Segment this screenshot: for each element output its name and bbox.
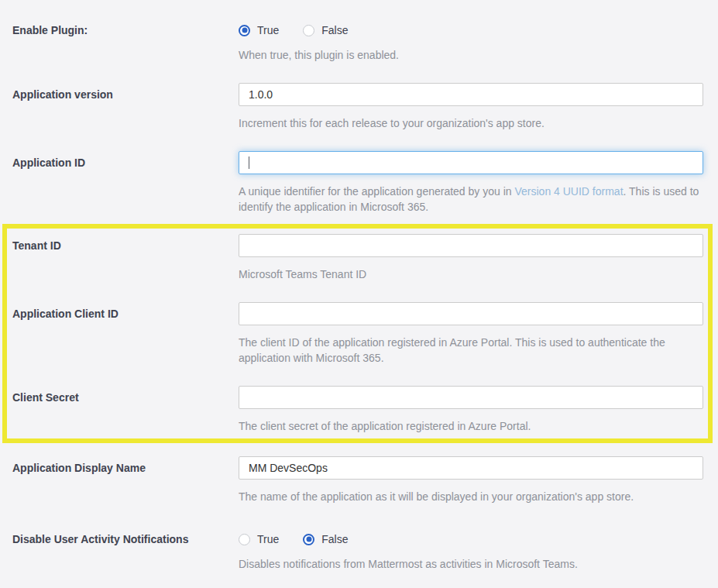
radio-button-icon — [303, 534, 314, 545]
application-id-input-wrap — [239, 151, 703, 174]
application-id-label: Application ID — [12, 151, 239, 170]
form-row-disable-user-activity-notifications: Disable User Activity Notifications True… — [0, 531, 718, 572]
tenant-id-input[interactable] — [239, 234, 703, 257]
tenant-id-label: Tenant ID — [12, 234, 239, 253]
application-display-name-controls: The name of the application as it will b… — [239, 456, 703, 504]
form-row-application-version: Application version Increment this for e… — [0, 83, 718, 131]
radio-label: True — [257, 531, 279, 547]
form-row-client-secret: Client Secret The client secret of the a… — [7, 386, 708, 434]
form-row-tenant-id: Tenant ID Microsoft Teams Tenant ID — [7, 234, 708, 282]
help-text: Increment this for each release to your … — [239, 115, 703, 131]
help-text: The client ID of the application registe… — [239, 335, 703, 366]
uuid-format-link[interactable]: Version 4 UUID format — [514, 185, 623, 198]
client-secret-label: Client Secret — [12, 386, 239, 405]
application-version-label: Application version — [12, 83, 239, 102]
enable-plugin-label: Enable Plugin: — [12, 22, 239, 38]
application-id-input[interactable] — [239, 151, 703, 174]
application-id-controls: A unique identifier for the application … — [239, 151, 703, 215]
disable-notifications-radio-group: True False — [239, 531, 703, 547]
help-text: Microsoft Teams Tenant ID — [239, 266, 703, 282]
help-text: Disables notifications from Mattermost a… — [239, 556, 703, 572]
radio-label: True — [257, 22, 279, 38]
application-version-controls: Increment this for each release to your … — [239, 83, 703, 131]
application-display-name-input[interactable] — [239, 456, 703, 480]
radio-button-icon — [303, 25, 314, 36]
application-version-input[interactable] — [239, 83, 703, 106]
form-row-enable-plugin: Enable Plugin: True False When true, thi… — [0, 22, 718, 63]
client-secret-controls: The client secret of the application reg… — [239, 386, 703, 434]
disable-notifications-radio-false[interactable]: False — [303, 531, 348, 547]
help-text-part: A unique identifier for the application … — [239, 185, 514, 198]
plugin-settings-form: Enable Plugin: True False When true, thi… — [0, 0, 718, 588]
application-client-id-input[interactable] — [239, 302, 703, 325]
form-row-application-id: Application ID A unique identifier for t… — [0, 151, 718, 215]
radio-label: False — [321, 22, 348, 38]
help-text: The name of the application as it will b… — [239, 489, 703, 504]
form-row-application-display-name: Application Display Name The name of the… — [0, 456, 718, 504]
highlight-box: Tenant ID Microsoft Teams Tenant ID Appl… — [2, 224, 713, 443]
help-text: A unique identifier for the application … — [239, 184, 703, 215]
enable-plugin-radio-group: True False — [239, 22, 703, 38]
tenant-id-controls: Microsoft Teams Tenant ID — [239, 234, 703, 282]
form-row-application-client-id: Application Client ID The client ID of t… — [7, 302, 708, 366]
disable-user-activity-notifications-controls: True False Disables notifications from M… — [239, 531, 703, 572]
application-display-name-label: Application Display Name — [12, 456, 239, 476]
radio-button-icon — [239, 25, 250, 36]
radio-button-icon — [239, 534, 250, 545]
application-client-id-label: Application Client ID — [12, 302, 239, 322]
disable-notifications-radio-true[interactable]: True — [239, 531, 279, 547]
enable-plugin-controls: True False When true, this plugin is ena… — [239, 22, 703, 63]
radio-label: False — [321, 531, 348, 547]
help-text: The client secret of the application reg… — [239, 418, 703, 434]
application-client-id-controls: The client ID of the application registe… — [239, 302, 703, 366]
enable-plugin-radio-false[interactable]: False — [303, 22, 348, 38]
client-secret-input[interactable] — [239, 386, 703, 409]
disable-user-activity-notifications-label: Disable User Activity Notifications — [12, 531, 239, 547]
help-text: When true, this plugin is enabled. — [239, 47, 703, 63]
enable-plugin-radio-true[interactable]: True — [239, 22, 279, 38]
text-cursor-caret — [249, 156, 249, 169]
